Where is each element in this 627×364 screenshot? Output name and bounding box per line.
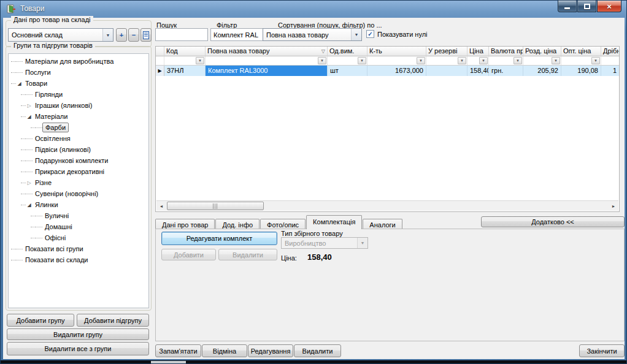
chevron-down-icon[interactable]: ▼	[102, 29, 113, 41]
tree-item[interactable]: Показати всі склади	[9, 254, 148, 265]
cell[interactable]: ▶	[156, 66, 164, 76]
tab-item[interactable]: Комплектація	[306, 215, 362, 229]
tree-item[interactable]: Освітлення	[9, 133, 148, 144]
cell[interactable]: 1673,000	[367, 66, 426, 76]
search-input[interactable]	[155, 28, 208, 41]
header-cell[interactable]: К-ть	[367, 47, 426, 56]
filter-dropdown-icon[interactable]: ▼	[196, 57, 204, 64]
close-button[interactable]: ×	[597, 1, 621, 12]
header-cell[interactable]: Дрібни	[601, 47, 620, 56]
h-scrollbar-thumb[interactable]	[167, 202, 264, 210]
tree-item[interactable]: ▷Іграшки (ялинкові)	[9, 100, 148, 111]
header-cell[interactable]	[156, 47, 164, 56]
header-cell[interactable]: Од.вим.	[328, 47, 367, 56]
tree-item[interactable]: Вуличні	[9, 210, 148, 221]
warehouse-list-button[interactable]	[140, 28, 152, 42]
cell[interactable]: 205,92	[523, 66, 561, 76]
collapse-icon[interactable]: ◢	[16, 80, 23, 87]
collapse-icon[interactable]: ◢	[26, 202, 33, 208]
filter-cell[interactable]: ▼	[367, 56, 426, 66]
header-cell[interactable]: Код	[164, 47, 206, 56]
delete-button[interactable]: Видалити	[294, 344, 341, 357]
filter-cell[interactable]: ▼	[206, 56, 328, 66]
maximize-button[interactable]	[577, 1, 596, 12]
filter-cell[interactable]: ▼	[561, 56, 601, 66]
filter-dropdown-icon[interactable]: ▼	[318, 57, 326, 64]
cell[interactable]: 158,40	[467, 66, 489, 76]
cell[interactable]: 190,08	[561, 66, 601, 76]
filter-dropdown-icon[interactable]: ▼	[479, 57, 488, 64]
tree-item[interactable]: ◢Ялинки	[9, 199, 148, 210]
h-scrollbar[interactable]: ◄ ►	[156, 200, 618, 211]
tree-item[interactable]: Прикраси декоративні	[9, 166, 148, 177]
tree-item[interactable]: Подарункові комплекти	[9, 155, 148, 166]
finish-button[interactable]: Закінчити	[579, 344, 625, 357]
tree-item[interactable]: Офісні	[9, 232, 148, 243]
filter-dropdown-icon[interactable]: ▼	[591, 57, 600, 64]
cell[interactable]	[426, 66, 467, 76]
filter-cell[interactable]: ▼	[467, 56, 489, 66]
cell[interactable]: шт	[328, 66, 367, 76]
filter-cell[interactable]: ▼	[164, 56, 206, 66]
filter-dropdown-icon[interactable]: ▼	[514, 57, 522, 64]
add-group-button[interactable]: Добавити групу	[7, 314, 74, 327]
tree-item[interactable]: Фарби	[9, 122, 148, 133]
add-component-button[interactable]: Добавити	[161, 249, 216, 260]
titlebar[interactable]: Товари ×	[1, 1, 626, 18]
cell[interactable]: грн.	[489, 66, 523, 76]
header-cell[interactable]: У резерві	[426, 47, 467, 56]
minimize-button[interactable]	[558, 1, 577, 12]
kit-type-combobox[interactable]: Виробництво ▼	[281, 237, 368, 249]
tree-item[interactable]: Гірлянди	[9, 89, 148, 100]
header-cell[interactable]: Ціна	[467, 47, 489, 56]
filter-cell[interactable]: ▼	[523, 56, 561, 66]
scroll-left-icon[interactable]: ◄	[156, 201, 166, 211]
tree-item[interactable]: Послуги	[9, 67, 148, 78]
cell[interactable]: Комплект RAL3000	[206, 66, 328, 76]
tree-item[interactable]: Сувеніри (новорічні)	[9, 188, 148, 199]
filter-dropdown-icon[interactable]: ▼	[417, 57, 425, 64]
header-cell[interactable]: Опт. ціна	[561, 47, 601, 56]
tree-connector	[36, 127, 42, 128]
sort-combobox[interactable]: Повна назва товару ▼	[263, 28, 362, 41]
tree-item[interactable]: Домашні	[9, 221, 148, 232]
delete-all-from-group-button[interactable]: Видалити все з групи	[7, 342, 149, 355]
collapse-icon[interactable]: ◢	[26, 113, 33, 120]
delete-component-button[interactable]: Видалити	[218, 249, 277, 260]
filter-dropdown-icon[interactable]: ▼	[552, 57, 560, 64]
filter-dropdown-icon[interactable]: ▼	[358, 57, 366, 64]
filter-dropdown-icon[interactable]: ▼	[458, 57, 466, 64]
cell[interactable]: 37НЛ	[164, 66, 206, 76]
add-warehouse-button[interactable]: +	[116, 28, 127, 42]
delete-group-button[interactable]: Видалити групу	[7, 328, 149, 340]
cancel-button[interactable]: Відміна	[202, 344, 247, 357]
expand-icon[interactable]: ▷	[26, 180, 33, 186]
tree-item[interactable]: ◢Матеріали	[9, 111, 148, 122]
chevron-down-icon[interactable]: ▼	[351, 29, 361, 40]
products-table-row[interactable]: ▶37НЛКомплект RAL3000шт1673,000158,40грн…	[156, 66, 619, 76]
filter-cell[interactable]	[156, 56, 164, 66]
filter-cell[interactable]: ▼	[328, 56, 367, 66]
tree-item[interactable]: Підвіси (ялинкові)	[9, 144, 148, 155]
filter-cell[interactable]	[601, 56, 620, 66]
save-button[interactable]: Запам'ятати	[155, 344, 201, 357]
tree-item[interactable]: Матеріали для виробництва	[9, 56, 148, 67]
remove-warehouse-button[interactable]: −	[128, 28, 139, 42]
tree-item[interactable]: ◢Товари	[9, 78, 148, 89]
edit-kit-button[interactable]: Редагувати комплект	[161, 232, 277, 245]
scroll-right-icon[interactable]: ►	[609, 201, 618, 211]
warehouse-combobox[interactable]: Основний склад ▼	[8, 28, 113, 42]
cell[interactable]: 1	[601, 66, 620, 76]
tree-item[interactable]: Показати всі групи	[9, 243, 148, 254]
tree-item[interactable]: ▷Різне	[9, 177, 148, 188]
header-cell[interactable]: Розд. ціна	[523, 47, 561, 56]
expand-icon[interactable]: ▷	[26, 102, 33, 109]
filter-cell[interactable]: ▼	[426, 56, 467, 66]
add-subgroup-button[interactable]: Добавити підгрупу	[77, 314, 149, 327]
show-zeros-checkbox[interactable]	[366, 30, 374, 38]
filter-cell[interactable]: ▼	[489, 56, 523, 66]
edit-button[interactable]: Редагування	[248, 344, 293, 357]
header-cell[interactable]: Повна назва товару▽	[206, 47, 328, 56]
header-cell[interactable]: Валюта пр	[489, 47, 523, 56]
more-button[interactable]: Додатково <<	[481, 216, 625, 227]
